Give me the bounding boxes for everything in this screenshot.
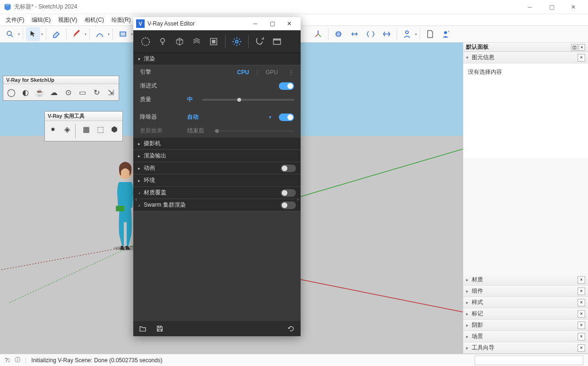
panel-entity-info-close-icon[interactable]: × <box>578 54 585 61</box>
eraser-tool-icon[interactable] <box>49 27 63 41</box>
add-person-icon[interactable]: + <box>439 27 453 41</box>
quality-slider[interactable] <box>202 99 294 101</box>
vray-section-toggle[interactable] <box>281 201 296 209</box>
zoom-extents-tool-icon[interactable] <box>380 27 394 41</box>
new-doc-icon[interactable] <box>423 27 437 41</box>
measurement-input[interactable] <box>475 356 583 365</box>
denoiser-dropdown-icon[interactable]: ▾ <box>269 114 271 120</box>
maximize-button[interactable]: ▢ <box>541 0 562 14</box>
menu-file[interactable]: 文件(F) <box>2 15 28 25</box>
vray-util-sphere-icon[interactable]: ● <box>46 122 60 136</box>
vray-asset-editor-window[interactable]: V V-Ray Asset Editor ─ ▢ ✕ ‹ › ▾ 渲染 引擎 C… <box>133 17 301 336</box>
menu-edit[interactable]: 编辑(E) <box>28 15 54 25</box>
vray-section-3[interactable]: ▸环境 <box>133 174 301 187</box>
vray-minimize-button[interactable]: ─ <box>247 17 264 30</box>
vray-logo-icon[interactable]: ◯ <box>4 85 18 99</box>
vray-reset-icon[interactable] <box>287 325 295 332</box>
select-tool-icon[interactable] <box>26 27 40 41</box>
axes-tool-icon[interactable] <box>311 27 325 41</box>
vray-section-toggle[interactable] <box>281 165 296 172</box>
vray-expand-left-icon[interactable]: ‹ <box>133 192 139 206</box>
arc-tool-icon[interactable] <box>93 27 107 41</box>
vray-utility-toolbar[interactable]: V-Ray 实用工具 ● ◈ ▦ ⬚ ⬢ <box>44 111 123 141</box>
zoom-tool-icon[interactable] <box>363 27 378 41</box>
panel-close-icon[interactable]: × <box>578 344 585 352</box>
vray-render-icon[interactable]: ◐ <box>18 85 33 99</box>
rect-dropdown-icon[interactable]: ▾ <box>131 32 133 36</box>
panel-head-4[interactable]: ▸阴影× <box>463 320 588 331</box>
vray-maximize-button[interactable]: ▢ <box>264 17 281 30</box>
pencil-dropdown-icon[interactable]: ▾ <box>85 32 86 36</box>
panel-close-icon[interactable]: × <box>578 299 585 306</box>
panel-head-2[interactable]: ▸样式× <box>463 297 588 308</box>
select-dropdown-icon[interactable]: ▾ <box>41 32 43 36</box>
panel-close-icon[interactable]: × <box>578 310 585 318</box>
vray-util-uv-icon[interactable]: ▦ <box>79 122 93 136</box>
pencil-tool-icon[interactable] <box>69 27 84 41</box>
person-tool-icon[interactable] <box>400 27 414 41</box>
vray-tab-lights-icon[interactable] <box>154 33 171 50</box>
help-icon[interactable]: ?⃝ <box>5 357 10 364</box>
panel-close-icon[interactable]: × <box>578 322 585 329</box>
search-icon[interactable] <box>3 27 17 41</box>
menu-camera[interactable]: 相机(C) <box>81 15 108 25</box>
menu-draw[interactable]: 绘图(R) <box>108 15 135 25</box>
vray-section-4[interactable]: ▸材质覆盖 <box>133 187 301 199</box>
person-dropdown-icon[interactable]: ▾ <box>415 32 417 36</box>
arc-dropdown-icon[interactable]: ▾ <box>108 32 110 36</box>
menu-view[interactable]: 视图(V) <box>54 15 81 25</box>
vray-section-5[interactable]: ▸Swarm 集群渲染 <box>133 199 301 211</box>
vray-viewport-icon[interactable]: ⊙ <box>61 85 75 99</box>
vray-tab-framebuffer-icon[interactable] <box>268 33 285 50</box>
vray-main-toolbar[interactable]: V-Ray for SketchUp ◯ ◐ ☕ ☁ ⊙ ▭ ↻ ⇲ <box>3 76 119 101</box>
search-dropdown-icon[interactable]: ▾ <box>18 32 20 36</box>
pan-tool-icon[interactable] <box>347 27 362 41</box>
vray-open-icon[interactable] <box>139 325 147 332</box>
vray-export-icon[interactable]: ⇲ <box>104 85 118 99</box>
vray-util-proxy-icon[interactable]: ⬢ <box>107 122 121 136</box>
minimize-button[interactable]: ─ <box>519 0 541 14</box>
vray-tab-settings-icon[interactable] <box>228 33 245 50</box>
orbit-tool-icon[interactable] <box>331 27 346 41</box>
tray-close-icon[interactable]: × <box>579 44 585 51</box>
vray-tab-render-icon[interactable] <box>251 33 268 50</box>
rectangle-tool-icon[interactable] <box>116 27 130 41</box>
vray-batch-icon[interactable]: ↻ <box>89 85 104 99</box>
vray-util-box-icon[interactable]: ⬚ <box>93 122 107 136</box>
close-button[interactable]: ✕ <box>562 0 584 14</box>
panel-head-6[interactable]: ▸工具向导× <box>463 342 588 354</box>
vray-util-target-icon[interactable]: ◈ <box>60 122 74 136</box>
panel-close-icon[interactable]: × <box>578 276 585 284</box>
vray-section-1[interactable]: ▸渲染输出 <box>133 150 301 162</box>
vray-tab-geometry-icon[interactable] <box>171 33 188 50</box>
vray-tab-materials-icon[interactable] <box>137 33 154 50</box>
vray-close-button[interactable]: ✕ <box>281 17 298 30</box>
vray-cloud-icon[interactable]: ☁ <box>47 85 61 99</box>
vray-section-0[interactable]: ▸摄影机 <box>133 138 301 150</box>
vray-frame-icon[interactable]: ▭ <box>75 85 89 99</box>
info-icon[interactable]: ⓘ <box>15 356 20 364</box>
panel-head-3[interactable]: ▸标记× <box>463 308 588 320</box>
panel-head-0[interactable]: ▸材质× <box>463 274 588 286</box>
vray-section-render[interactable]: ▾ 渲染 <box>133 53 301 65</box>
vray-section-2[interactable]: ▸动画 <box>133 162 301 174</box>
vray-util-sep <box>75 124 78 138</box>
panel-head-5[interactable]: ▸场景× <box>463 331 588 342</box>
panel-entity-info-head[interactable]: ▾ 图元信息 × <box>463 52 588 63</box>
progressive-toggle[interactable] <box>279 82 294 90</box>
chevron-right-icon: ▸ <box>466 300 472 305</box>
vray-tab-render-elements-icon[interactable] <box>205 33 222 50</box>
vray-save-icon[interactable] <box>156 325 164 332</box>
denoiser-toggle[interactable] <box>279 113 294 121</box>
panel-close-icon[interactable]: × <box>578 288 585 295</box>
engine-gpu-option[interactable]: GPU <box>263 69 281 76</box>
vray-section-toggle[interactable] <box>281 189 296 197</box>
panel-head-1[interactable]: ▸组件× <box>463 286 588 297</box>
vray-interactive-icon[interactable]: ☕ <box>33 85 47 99</box>
engine-cpu-option[interactable]: CPU <box>234 69 252 76</box>
vray-titlebar[interactable]: V V-Ray Asset Editor ─ ▢ ✕ <box>133 17 301 30</box>
panel-close-icon[interactable]: × <box>578 333 585 340</box>
vray-tab-textures-icon[interactable] <box>188 33 205 50</box>
engine-more-icon[interactable]: ⋮ <box>288 69 294 76</box>
tray-pin-icon[interactable]: ◫ <box>571 44 578 51</box>
